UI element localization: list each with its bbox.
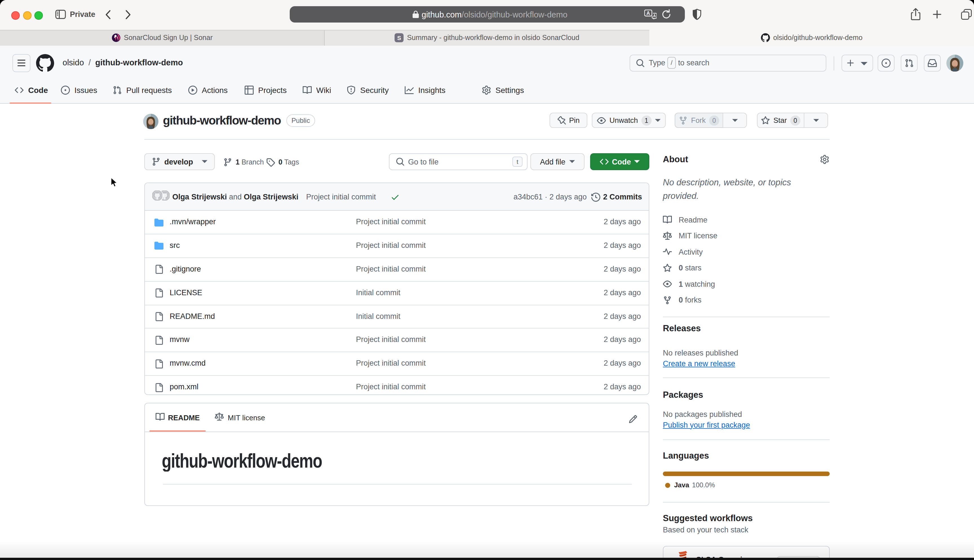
- svg-text:A: A: [647, 10, 650, 16]
